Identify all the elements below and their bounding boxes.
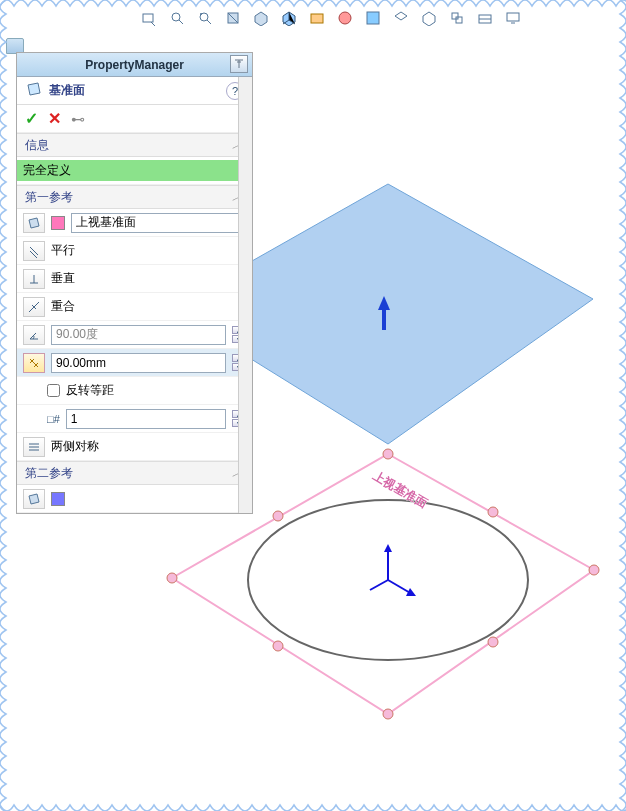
normal-arrow-icon bbox=[378, 296, 390, 330]
origin-triad-icon bbox=[370, 544, 416, 596]
symmetric-icon bbox=[23, 437, 45, 457]
svg-rect-9 bbox=[452, 13, 458, 19]
svg-point-25 bbox=[488, 507, 498, 517]
panel-title-text: PropertyManager bbox=[85, 58, 184, 72]
svg-rect-8 bbox=[367, 12, 379, 24]
info-label: 信息 bbox=[25, 137, 49, 154]
render-tools-icon[interactable] bbox=[418, 7, 440, 29]
svg-point-30 bbox=[167, 573, 177, 583]
angle-icon[interactable] bbox=[23, 325, 45, 345]
svg-point-26 bbox=[589, 565, 599, 575]
previous-view-icon[interactable] bbox=[194, 7, 216, 29]
ref2-label: 第二参考 bbox=[25, 465, 73, 482]
svg-point-28 bbox=[383, 709, 393, 719]
view-labels-icon[interactable] bbox=[474, 7, 496, 29]
parallel-label: 平行 bbox=[51, 242, 75, 259]
svg-rect-0 bbox=[143, 14, 153, 22]
cancel-button[interactable]: ✕ bbox=[48, 109, 61, 128]
sketch-circle bbox=[248, 500, 528, 660]
svg-line-34 bbox=[388, 580, 412, 594]
svg-line-15 bbox=[30, 247, 38, 255]
svg-point-31 bbox=[273, 511, 283, 521]
push-pin-icon[interactable]: ⊷ bbox=[71, 111, 85, 127]
coincident-row[interactable]: 重合 bbox=[17, 293, 252, 321]
edit-appearance-icon[interactable] bbox=[334, 7, 356, 29]
entity-color-swatch bbox=[51, 216, 65, 230]
ref1-entity-row bbox=[17, 209, 252, 237]
reverse-row: 反转等距 bbox=[17, 377, 252, 405]
reverse-checkbox[interactable] bbox=[47, 384, 60, 397]
zoom-fit-icon[interactable] bbox=[138, 7, 160, 29]
instances-row: □# ▲▼ bbox=[17, 405, 252, 433]
svg-line-36 bbox=[370, 580, 388, 590]
distance-input[interactable] bbox=[51, 353, 226, 373]
view-orientation-icon[interactable] bbox=[250, 7, 272, 29]
coincident-icon bbox=[23, 297, 45, 317]
display-style-icon[interactable] bbox=[278, 7, 300, 29]
symmetric-row[interactable]: 两侧对称 bbox=[17, 433, 252, 461]
ref1-label: 第一参考 bbox=[25, 189, 73, 206]
ref1-section-header[interactable]: 第一参考 ︿ bbox=[17, 185, 252, 209]
feature-title-row: 基准面 ? bbox=[17, 77, 252, 105]
status-badge: 完全定义 bbox=[17, 160, 252, 181]
svg-point-7 bbox=[339, 12, 351, 24]
status-row: 完全定义 bbox=[17, 157, 252, 185]
property-manager-panel: PropertyManager 基准面 ? ✓ ✕ ⊷ 信息 ︿ 完全定义 第一… bbox=[16, 52, 253, 514]
ref1-entity-input[interactable] bbox=[71, 213, 246, 233]
svg-rect-10 bbox=[456, 17, 462, 23]
distance-icon[interactable] bbox=[23, 353, 45, 373]
info-section-header[interactable]: 信息 ︿ bbox=[17, 133, 252, 157]
angle-input[interactable] bbox=[51, 325, 226, 345]
parallel-icon bbox=[23, 241, 45, 261]
plane-icon bbox=[25, 80, 43, 101]
panel-scrollbar[interactable] bbox=[238, 77, 252, 513]
svg-marker-22 bbox=[378, 296, 390, 310]
feature-name: 基准面 bbox=[49, 82, 85, 99]
svg-marker-35 bbox=[406, 588, 416, 596]
ref2-entity-row bbox=[17, 485, 252, 513]
pin-button[interactable] bbox=[230, 55, 248, 73]
confirm-bar: ✓ ✕ ⊷ bbox=[17, 105, 252, 133]
parallel-row[interactable]: 平行 bbox=[17, 237, 252, 265]
entity-picker-icon[interactable] bbox=[23, 213, 45, 233]
distance-row: ▲▼ bbox=[17, 349, 252, 377]
reverse-label: 反转等距 bbox=[66, 382, 114, 399]
view-settings-icon[interactable] bbox=[390, 7, 412, 29]
hide-show-icon[interactable] bbox=[306, 7, 328, 29]
svg-rect-13 bbox=[507, 13, 519, 21]
instances-input[interactable] bbox=[66, 409, 226, 429]
svg-point-3 bbox=[200, 13, 202, 15]
perpendicular-row[interactable]: 垂直 bbox=[17, 265, 252, 293]
panel-header: PropertyManager bbox=[17, 53, 252, 77]
angle-row: ▲▼ bbox=[17, 321, 252, 349]
display-pane-icon[interactable] bbox=[446, 7, 468, 29]
coincident-label: 重合 bbox=[51, 298, 75, 315]
perpendicular-label: 垂直 bbox=[51, 270, 75, 287]
section-view-icon[interactable] bbox=[222, 7, 244, 29]
ok-button[interactable]: ✓ bbox=[25, 109, 38, 128]
instances-icon: □# bbox=[47, 413, 60, 425]
svg-point-27 bbox=[488, 637, 498, 647]
svg-point-24 bbox=[383, 449, 393, 459]
perpendicular-icon bbox=[23, 269, 45, 289]
zoom-area-icon[interactable] bbox=[166, 7, 188, 29]
svg-marker-33 bbox=[384, 544, 392, 552]
plane-label: 上视基准面 bbox=[370, 468, 430, 511]
svg-rect-6 bbox=[311, 14, 323, 23]
entity-picker-icon[interactable] bbox=[23, 489, 45, 509]
ref2-section-header[interactable]: 第二参考 ︿ bbox=[17, 461, 252, 485]
ref2-color-swatch bbox=[51, 492, 65, 506]
monitor-icon[interactable] bbox=[502, 7, 524, 29]
svg-point-1 bbox=[172, 13, 180, 21]
apply-scene-icon[interactable] bbox=[362, 7, 384, 29]
symmetric-label: 两侧对称 bbox=[51, 438, 99, 455]
svg-point-29 bbox=[273, 641, 283, 651]
view-toolbar bbox=[138, 6, 524, 30]
